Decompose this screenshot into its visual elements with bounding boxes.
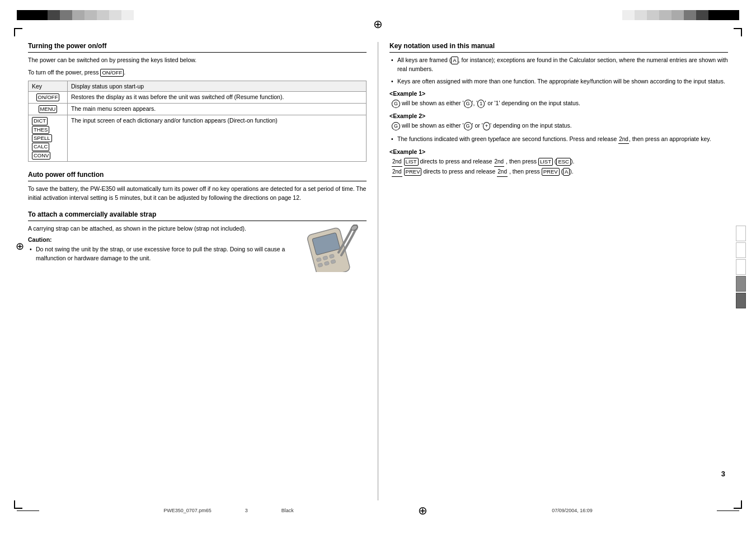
2nd-key-1: 2nd — [392, 157, 402, 167]
bottom-bar: PWE350_0707.pm65 3 Black ⊕ 07/09/2004, 1… — [0, 504, 756, 517]
section-keynotation: Key notation used in this manual All key… — [389, 42, 728, 177]
bar-seg-r1 — [622, 10, 635, 20]
bar-seg-r7 — [696, 10, 708, 20]
bar-seg-r6 — [684, 10, 696, 20]
g-circle-key4: G — [464, 122, 472, 130]
right-tab-4 — [736, 276, 746, 292]
top-crosshair-icon: ⊕ — [373, 17, 383, 31]
page-num-label: 3 — [245, 508, 248, 513]
bar-seg-3 — [60, 10, 72, 20]
top-decorative-bar: ⊕ — [0, 10, 756, 20]
example2-text: G will be shown as either 'G' or '+' dep… — [392, 121, 728, 130]
example3-line2: 2nd PREV directs to press and release 2n… — [392, 167, 728, 177]
list-key-1: LIST — [404, 158, 419, 166]
section-strap-title: To attach a commercially available strap — [28, 210, 367, 218]
bar-seg-r8 — [708, 10, 739, 20]
menu-key: MENU — [39, 105, 58, 113]
example3-line1: 2nd LIST directs to press and release 2n… — [392, 157, 728, 167]
prev-key-2: PREV — [542, 168, 560, 176]
onoff-key: ON/OFF — [36, 93, 60, 101]
right-tab-3 — [736, 259, 746, 275]
table-cell-key-onoff: ON/OFF — [29, 91, 68, 103]
keynotation-bullets2: The functions indicated with green typef… — [389, 135, 728, 144]
section-autopower-text: To save the battery, the PW-E350 will au… — [28, 185, 367, 203]
bar-seg-r4 — [659, 10, 672, 20]
2nd-underline-key: 2nd — [618, 135, 629, 144]
one-circle-key: 1 — [477, 100, 485, 108]
2nd-key-2: 2nd — [494, 157, 505, 167]
right-tab-2 — [736, 242, 746, 258]
strap-bullet-list: Do not swing the unit by the strap, or u… — [28, 245, 367, 263]
conv-key: CONV — [32, 152, 50, 160]
example3-title: <Example 1> — [389, 148, 728, 155]
keynotation-bullets: All keys are framed (A, for instance); e… — [389, 56, 728, 86]
bar-seg-2 — [48, 10, 60, 20]
g-circle-key2: G — [464, 100, 472, 108]
example2-title: <Example 2> — [389, 113, 728, 119]
bottom-line-left — [17, 510, 39, 511]
keynotation-bullet-1: All keys are framed (A, for instance); e… — [389, 56, 728, 74]
keynotation-bullet-2: Keys are often assigned with more than o… — [389, 77, 728, 86]
list-key-2: LIST — [538, 158, 553, 166]
color-label: Black — [281, 508, 294, 513]
bar-seg-r2 — [635, 10, 647, 20]
example1-title: <Example 1> — [389, 90, 728, 97]
corner-mark-tl — [14, 28, 22, 29]
2nd-key-3: 2nd — [392, 167, 402, 177]
table-row: MENU The main menu screen appears. — [29, 103, 367, 115]
table-cell-desc-menu: The main menu screen appears. — [68, 103, 367, 115]
bar-seg-4 — [72, 10, 84, 20]
section-strap: To attach a commercially available strap — [28, 210, 367, 275]
corner-mark-tl2 — [14, 28, 15, 36]
strap-bullet-1: Do not swing the unit by the strap, or u… — [28, 245, 367, 263]
top-bar-left — [17, 10, 134, 20]
section-power-title: Turning the power on/off — [28, 42, 367, 50]
bottom-info: PWE350_0707.pm65 3 Black — [163, 508, 294, 513]
keynotation-bullet-3: The functions indicated with green typef… — [389, 135, 728, 144]
section-strap-divider — [28, 221, 367, 221]
section-autopower: Auto power off function To save the batt… — [28, 171, 367, 203]
prev-key-1: PREV — [404, 168, 422, 176]
table-cell-desc-dict: The input screen of each dictionary and/… — [68, 115, 367, 162]
esc-key: ESC — [556, 158, 571, 166]
bar-seg-8 — [121, 10, 134, 20]
table-cell-key-menu: MENU — [29, 103, 68, 115]
table-col-display: Display status upon start-up — [68, 81, 367, 91]
bottom-timestamp-area: 07/09/2004, 16:09 — [552, 508, 593, 513]
top-bar-right — [622, 10, 739, 20]
section-power: Turning the power on/off The power can b… — [28, 42, 367, 162]
table-row: DICT THES SPELL CALC CONV The input scre… — [29, 115, 367, 162]
g-circle-key: G — [392, 100, 400, 108]
right-tabs — [736, 226, 746, 308]
table-row: ON/OFF Restores the display as it was be… — [29, 91, 367, 103]
bar-seg-5 — [84, 10, 97, 20]
right-column: Key notation used in this manual All key… — [378, 42, 728, 500]
table-cell-key-dict: DICT THES SPELL CALC CONV — [29, 115, 68, 162]
table-col-key: Key — [29, 81, 68, 91]
example-a-key: A — [451, 57, 458, 64]
section-autopower-divider — [28, 181, 367, 181]
dict-keys-stacked: DICT THES SPELL CALC CONV — [32, 117, 64, 160]
a-key: A — [563, 168, 570, 176]
timestamp-label: 07/09/2004, 16:09 — [552, 508, 593, 513]
section-keynotation-title: Key notation used in this manual — [389, 42, 728, 50]
right-tab-1 — [736, 226, 746, 241]
bar-seg-r3 — [647, 10, 659, 20]
spell-key: SPELL — [32, 134, 52, 142]
g-circle-key3: G — [392, 122, 400, 130]
section-power-intro2: To turn off the power, press ON/OFF. — [28, 68, 367, 77]
left-crosshair-icon: ⊕ — [16, 240, 24, 252]
power-table: Key Display status upon start-up ON/OFF … — [28, 81, 367, 162]
main-content: Turning the power on/off The power can b… — [28, 42, 728, 500]
bar-seg-7 — [109, 10, 121, 20]
section-power-divider — [28, 52, 367, 53]
bottom-line-right — [717, 510, 739, 511]
strap-image-caption: Back of the unit — [294, 274, 367, 275]
bottom-crosshair-icon: ⊕ — [418, 504, 428, 517]
right-tab-5 — [736, 293, 746, 308]
section-keynotation-divider — [389, 52, 728, 53]
bar-seg-r5 — [672, 10, 684, 20]
bottom-left-marks — [17, 510, 39, 511]
example1-text: G will be shown as either 'G', '1' or '1… — [392, 99, 728, 108]
bar-seg-1 — [17, 10, 48, 20]
